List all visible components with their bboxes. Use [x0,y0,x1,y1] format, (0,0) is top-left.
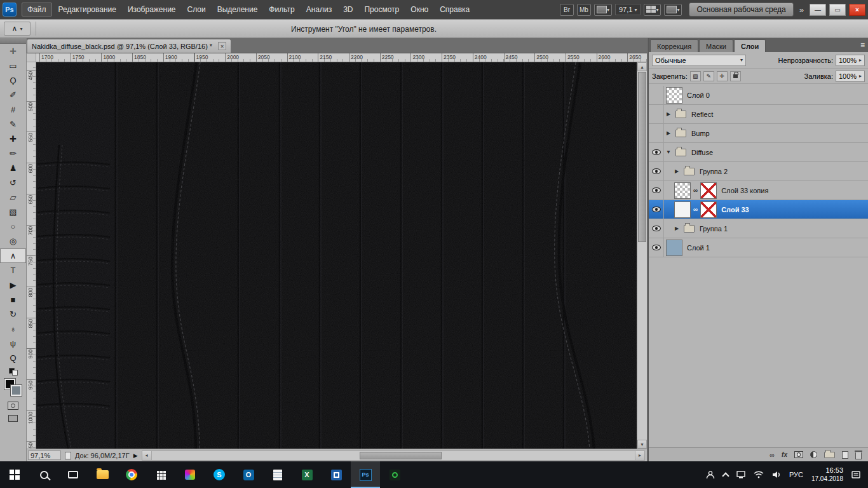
new-adjustment-layer-icon[interactable] [810,451,817,458]
visibility-toggle[interactable] [649,219,664,238]
start-button[interactable] [0,461,29,488]
clock[interactable]: 16:53 17.04.2018 [811,466,843,483]
arrange-documents-button[interactable]: ▾ [644,4,661,16]
horizontal-scroll-track[interactable] [152,451,635,460]
vertical-scroll-thumb[interactable] [638,72,646,242]
minimize-button[interactable]: — [810,4,826,16]
fill-input[interactable]: 100% ▸ [836,71,865,82]
menubar-item-edit[interactable]: Редактирование [53,3,121,16]
scroll-up-icon[interactable]: ▴ [637,62,647,71]
document-tab[interactable]: Nakidka_diffuse_black.psd @ 97,1% (Слой … [27,39,231,53]
wifi-icon[interactable] [754,471,764,478]
path-selection-tool[interactable]: ▶ [0,278,26,292]
layer-thumbnail[interactable] [666,87,682,104]
action-center-icon[interactable] [851,471,860,478]
group-row-gruppa-1[interactable]: ▶ Группа 1 [649,219,868,238]
menubar-item-view[interactable]: Просмотр [359,3,404,16]
scroll-left-icon[interactable]: ◂ [142,451,152,460]
colorful-app-button[interactable] [175,461,205,488]
chrome-button[interactable] [117,461,146,488]
gradient-tool[interactable]: ▧ [0,205,26,219]
delete-layer-icon[interactable] [855,452,862,459]
tab-layers[interactable]: Слои [734,39,766,52]
horizontal-scrollbar[interactable]: ◂ ▸ [142,451,645,461]
green-app-button[interactable] [380,461,409,488]
panel-menu-icon[interactable]: ≡ [860,41,865,50]
quick-selection-tool[interactable]: ✐ [0,88,26,102]
visibility-toggle[interactable] [649,143,664,161]
hand-tool[interactable]: ψ [0,336,26,351]
clone-stamp-tool[interactable]: ♟ [0,161,26,175]
visibility-toggle[interactable] [649,162,664,180]
expand-triangle-icon[interactable]: ▶ [672,226,681,231]
collapse-triangle-icon[interactable]: ▼ [664,149,673,155]
zoom-tool[interactable]: Q [0,351,26,365]
healing-brush-tool[interactable]: ✚ [0,132,26,146]
lock-pixels-button[interactable]: ✎ [703,71,714,81]
layer-row-sloy-0[interactable]: Слой 0 [649,86,868,105]
blur-tool[interactable]: ○ [0,219,26,234]
tools-panel-header[interactable] [0,38,26,44]
visibility-toggle[interactable] [649,238,664,257]
layer-style-icon[interactable]: fx [782,451,787,458]
default-colors-icon[interactable] [9,368,18,376]
shape-tool[interactable]: ■ [0,292,26,307]
task-view-button[interactable] [58,461,88,488]
photoshop-taskbar-button[interactable]: Ps [351,461,380,488]
menubar-item-select[interactable]: Выделение [212,3,263,16]
search-button[interactable] [29,461,58,488]
menubar-item-layer[interactable]: Слои [182,3,211,16]
tab-adjustments[interactable]: Коррекция [650,39,698,52]
layer-row-sloy-1[interactable]: Слой 1 [649,238,868,257]
close-button[interactable]: × [849,4,865,16]
canvas[interactable] [36,62,637,449]
eyedropper-tool[interactable]: ✎ [0,117,26,132]
ruler-origin-corner[interactable] [27,53,36,62]
group-row-gruppa-2[interactable]: ▶ Группа 2 [649,162,868,181]
visibility-toggle[interactable] [649,181,664,200]
visibility-toggle[interactable] [649,124,664,142]
link-mask-icon[interactable]: ∞ [693,187,698,194]
disabled-mask-thumbnail[interactable] [700,182,717,199]
lock-all-button[interactable] [730,71,741,81]
bridge-button[interactable]: Br [560,4,574,16]
blue-app-button[interactable] [322,461,351,488]
menubar-item-filter[interactable]: Фильтр [264,3,299,16]
file-explorer-button[interactable] [88,461,117,488]
3d-orbit-tool[interactable]: ♁ [0,322,26,336]
visibility-toggle[interactable] [649,200,664,219]
expand-triangle-icon[interactable]: ▶ [664,130,673,136]
expand-triangle-icon[interactable]: ▶ [672,168,681,174]
people-icon[interactable] [706,471,715,479]
language-indicator[interactable]: РУС [789,471,803,478]
convert-point-tool[interactable]: ∧ [0,248,26,263]
group-row-reflect[interactable]: ▶ Reflect [649,105,868,124]
menubar-item-window[interactable]: Окно [405,3,433,16]
crop-tool[interactable]: # [0,102,26,117]
horizontal-scroll-thumb[interactable] [360,452,442,459]
outlook-button[interactable]: O [234,461,263,488]
zoom-level-control[interactable]: 97,1 ▾ [615,4,641,15]
tab-close-icon[interactable]: × [218,42,226,50]
layer-thumbnail[interactable] [674,182,691,199]
group-row-bump[interactable]: ▶ Bump [649,124,868,143]
scroll-right-icon[interactable]: ▸ [635,451,644,460]
grid-app-button[interactable] [146,461,175,488]
maximize-button[interactable]: ▭ [829,4,846,16]
lasso-tool[interactable]: Ϙ [0,73,26,88]
menubar-item-file[interactable]: Файл [22,3,52,17]
skype-button[interactable]: S [205,461,234,488]
dodge-tool[interactable]: ◎ [0,234,26,248]
menubar-item-image[interactable]: Изображение [123,3,181,16]
new-group-icon[interactable] [824,452,835,458]
volume-icon[interactable] [772,471,781,478]
tab-masks[interactable]: Маски [699,39,733,52]
screen-mode-button[interactable]: ▾ [664,4,682,16]
disabled-mask-thumbnail[interactable] [700,201,717,218]
workspace-switcher-button[interactable]: Основная рабочая среда [689,3,793,17]
brush-tool[interactable]: ✏ [0,146,26,161]
menubar-item-3d[interactable]: 3D [338,3,358,16]
zoom-input[interactable]: 97,1% [28,451,61,460]
type-tool[interactable]: T [0,263,26,278]
mini-bridge-button[interactable]: Mb [577,4,591,16]
